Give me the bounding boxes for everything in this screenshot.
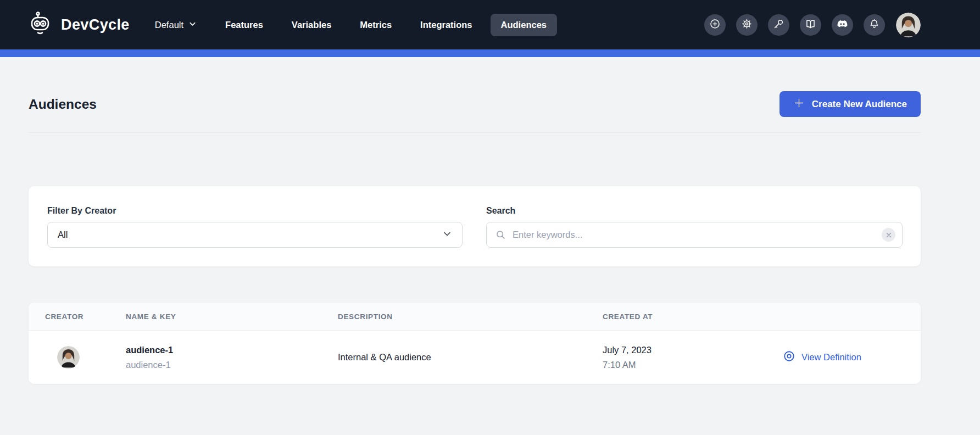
audiences-table: CREATOR NAME & KEY DESCRIPTION CREATED A…	[29, 303, 921, 384]
brand[interactable]: DevCycle	[29, 10, 130, 39]
nav-item-variables[interactable]: Variables	[292, 14, 331, 36]
audience-key: audience-1	[126, 358, 338, 371]
plus-circle-icon	[709, 18, 721, 31]
filter-card: Filter By Creator All Search	[29, 186, 921, 266]
top-navbar: DevCycle Default Features Variables Metr…	[0, 0, 980, 49]
created-date: July 7, 2023	[603, 343, 753, 356]
creator-avatar	[57, 346, 80, 369]
table-row: audience-1 audience-1 Internal & QA audi…	[29, 331, 921, 384]
column-header-created-at: CREATED AT	[603, 313, 753, 321]
project-name: Default	[155, 20, 183, 30]
notifications-button[interactable]	[864, 14, 885, 36]
filter-by-creator-label: Filter By Creator	[47, 206, 463, 216]
creator-filter-group: Filter By Creator All	[47, 206, 463, 248]
creator-select-value: All	[58, 230, 68, 240]
clear-search-button[interactable]	[882, 228, 895, 242]
column-header-description: DESCRIPTION	[338, 313, 603, 321]
bell-icon	[868, 18, 880, 31]
gear-icon	[741, 18, 753, 31]
search-filter-group: Search	[486, 206, 903, 248]
book-icon	[805, 18, 816, 31]
devcycle-logo-icon	[29, 10, 55, 39]
page-title: Audiences	[29, 97, 97, 112]
creator-cell	[45, 346, 126, 369]
column-header-name-key: NAME & KEY	[126, 313, 338, 321]
docs-button[interactable]	[800, 14, 821, 36]
created-at-cell: July 7, 2023 7:10 AM	[603, 343, 753, 371]
plus-icon	[793, 97, 805, 111]
user-avatar[interactable]	[896, 13, 921, 37]
audience-description: Internal & QA audience	[338, 352, 603, 362]
view-definition-link[interactable]: View Definition	[783, 350, 921, 365]
search-box	[486, 222, 903, 248]
nav-item-metrics[interactable]: Metrics	[360, 14, 392, 36]
creator-select[interactable]: All	[47, 222, 463, 248]
chevron-down-icon	[188, 20, 197, 30]
add-button[interactable]	[704, 14, 726, 36]
table-header-row: CREATOR NAME & KEY DESCRIPTION CREATED A…	[29, 303, 921, 331]
page-divider	[29, 132, 921, 133]
chevron-down-icon	[442, 229, 452, 241]
page-content: Audiences Create New Audience Filter By …	[0, 91, 980, 384]
search-icon	[495, 229, 506, 241]
accent-bar	[0, 49, 980, 57]
discord-button[interactable]	[832, 14, 853, 36]
create-new-audience-label: Create New Audience	[812, 99, 907, 110]
main-menu: Features Variables Metrics Integrations …	[197, 14, 557, 36]
page-header: Audiences Create New Audience	[29, 91, 921, 117]
audience-name: audience-1	[126, 343, 338, 356]
discord-icon	[837, 18, 848, 31]
api-keys-button[interactable]	[768, 14, 789, 36]
column-header-creator: CREATOR	[45, 313, 126, 321]
search-label: Search	[486, 206, 903, 216]
name-key-cell: audience-1 audience-1	[126, 343, 338, 371]
eye-icon	[783, 350, 795, 365]
actions-cell: View Definition	[753, 350, 921, 365]
project-switcher[interactable]: Default	[155, 20, 197, 30]
close-icon	[886, 232, 892, 238]
create-new-audience-button[interactable]: Create New Audience	[779, 91, 921, 117]
view-definition-label: View Definition	[801, 352, 861, 362]
brand-name: DevCycle	[61, 16, 130, 34]
settings-button[interactable]	[736, 14, 758, 36]
search-input[interactable]	[513, 230, 882, 240]
nav-item-audiences[interactable]: Audiences	[491, 14, 557, 36]
created-time: 7:10 AM	[603, 358, 753, 371]
nav-item-integrations[interactable]: Integrations	[420, 14, 472, 36]
nav-item-features[interactable]: Features	[225, 14, 263, 36]
navbar-actions	[704, 13, 921, 37]
key-icon	[773, 18, 784, 31]
